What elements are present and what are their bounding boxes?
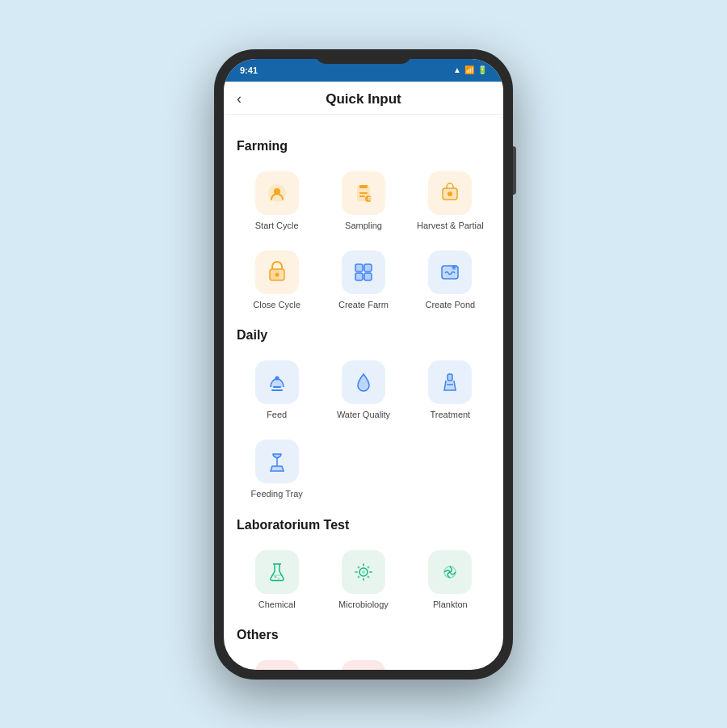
- others-section-title: Others: [237, 628, 490, 642]
- svg-rect-18: [364, 273, 372, 280]
- svg-point-32: [362, 570, 365, 574]
- phone-device: 9:41 ▲📶🔋 ‹ Quick Input Farming: [214, 49, 513, 680]
- sampling-item[interactable]: ⚖ Sampling: [323, 165, 403, 238]
- close-cycle-icon: [255, 250, 299, 294]
- svg-rect-16: [364, 264, 372, 271]
- back-button[interactable]: ‹: [237, 90, 242, 107]
- lab-grid: Chemical: [237, 544, 490, 616]
- sampling-icon: ⚖: [342, 171, 385, 215]
- create-farm-icon: [342, 250, 385, 294]
- feeding-tray-icon: [255, 440, 299, 483]
- create-pond-label: Create Pond: [425, 299, 475, 310]
- farming-section-title: Farming: [237, 139, 490, 154]
- svg-point-14: [275, 272, 279, 276]
- microbiology-item[interactable]: Microbiology: [323, 544, 403, 616]
- svg-point-33: [357, 566, 359, 568]
- svg-rect-3: [359, 185, 368, 188]
- status-bar: 9:41 ▲📶🔋: [224, 59, 503, 82]
- chemical-icon: [255, 550, 299, 594]
- daily-section-title: Daily: [237, 328, 490, 343]
- create-farm-item[interactable]: Create Farm: [323, 244, 403, 317]
- header: ‹ Quick Input: [224, 82, 503, 115]
- page-title: Quick Input: [326, 91, 401, 107]
- microbiology-label: Microbiology: [338, 599, 389, 610]
- feed-icon: [255, 360, 299, 404]
- svg-rect-15: [355, 264, 363, 271]
- farming-grid: Start Cycle ⚖: [237, 165, 490, 318]
- create-farm-label: Create Farm: [338, 299, 389, 310]
- others-grid: Desease: [237, 654, 490, 670]
- chemical-item[interactable]: Chemical: [237, 544, 317, 616]
- start-cycle-label: Start Cycle: [255, 220, 299, 231]
- close-cycle-item[interactable]: Close Cycle: [237, 244, 317, 317]
- water-quality-icon: [342, 360, 385, 404]
- others-section: Others Desease: [237, 628, 490, 670]
- svg-rect-5: [359, 196, 365, 197]
- feeding-tray-item[interactable]: Feeding Tray: [237, 433, 317, 506]
- feeding-tray-label: Feeding Tray: [251, 488, 303, 499]
- close-cycle-label: Close Cycle: [253, 299, 300, 310]
- plankton-label: Plankton: [433, 599, 468, 610]
- svg-point-26: [275, 377, 279, 381]
- feed-item[interactable]: Feed: [237, 354, 317, 427]
- svg-point-35: [357, 575, 359, 578]
- plankton-item[interactable]: Plankton: [410, 544, 490, 616]
- desease-icon: [255, 660, 299, 670]
- content-area: Farming Start Cycle: [224, 115, 503, 670]
- water-quality-label: Water Quality: [337, 409, 390, 420]
- harvest-icon: [428, 171, 472, 215]
- farming-section: Farming Start Cycle: [237, 139, 490, 318]
- start-cycle-icon: [255, 171, 299, 215]
- phone-screen: 9:41 ▲📶🔋 ‹ Quick Input Farming: [224, 59, 503, 670]
- harvest-partial-label: Harvest & Partial: [417, 220, 484, 231]
- harvest-partial-item[interactable]: Harvest & Partial: [410, 165, 490, 238]
- daily-section: Daily Feed: [237, 328, 490, 507]
- daily-grid: Feed Water Quality: [237, 354, 490, 507]
- lab-section-title: Laboratorium Test: [237, 518, 490, 532]
- plankton-icon: [428, 550, 472, 594]
- start-cycle-item[interactable]: Start Cycle: [237, 165, 317, 238]
- treatment-icon: [428, 360, 472, 404]
- svg-point-29: [274, 575, 276, 578]
- mortality-icon: [342, 660, 385, 670]
- status-icons: ▲📶🔋: [453, 65, 487, 74]
- svg-point-36: [367, 575, 369, 578]
- mortality-item[interactable]: Mortality: [323, 654, 403, 670]
- status-time: 9:41: [240, 65, 258, 75]
- treatment-label: Treatment: [430, 409, 470, 420]
- create-pond-item[interactable]: Create Pond: [410, 244, 490, 317]
- treatment-item[interactable]: Treatment: [410, 354, 490, 427]
- chemical-label: Chemical: [258, 599, 296, 610]
- svg-point-34: [367, 566, 369, 568]
- svg-rect-17: [355, 273, 363, 280]
- desease-item[interactable]: Desease: [237, 654, 317, 670]
- water-quality-item[interactable]: Water Quality: [323, 354, 403, 427]
- lab-section: Laboratorium Test Chemical: [237, 518, 490, 616]
- feed-label: Feed: [267, 409, 287, 420]
- sampling-label: Sampling: [345, 220, 382, 231]
- create-pond-icon: [428, 250, 472, 294]
- svg-point-30: [278, 578, 279, 579]
- svg-point-10: [448, 191, 452, 196]
- svg-rect-4: [359, 192, 368, 194]
- microbiology-icon: [342, 550, 385, 594]
